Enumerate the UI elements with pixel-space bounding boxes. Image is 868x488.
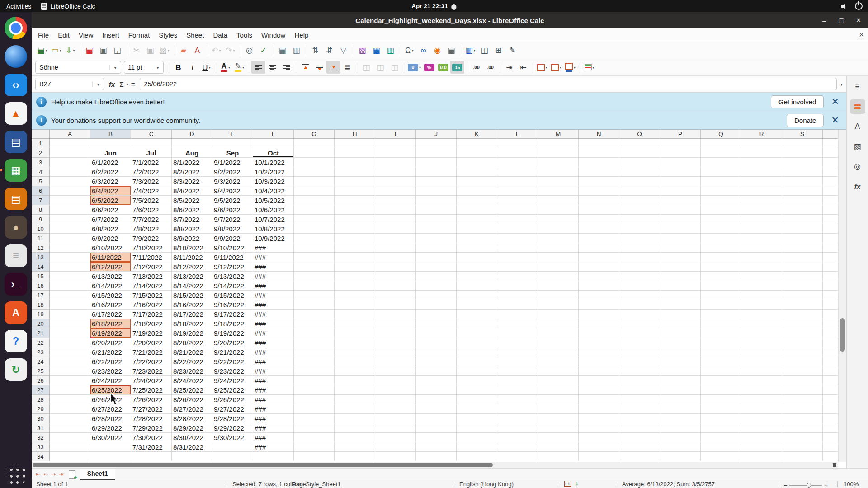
cell[interactable] bbox=[50, 300, 90, 310]
cell[interactable] bbox=[701, 310, 741, 319]
cell[interactable] bbox=[335, 366, 375, 376]
date-cell[interactable]: ### bbox=[253, 357, 294, 366]
format-currency-button[interactable]: 0▾ bbox=[406, 61, 422, 74]
cell[interactable] bbox=[294, 281, 335, 291]
cell[interactable] bbox=[335, 319, 375, 328]
cell[interactable] bbox=[50, 319, 90, 328]
cell[interactable] bbox=[660, 433, 701, 442]
cell[interactable] bbox=[335, 300, 375, 310]
cell[interactable] bbox=[782, 281, 823, 291]
insert-mode-indicator[interactable]: □I bbox=[564, 481, 571, 487]
cell[interactable] bbox=[619, 310, 660, 319]
cell[interactable] bbox=[497, 167, 538, 177]
cell[interactable] bbox=[823, 177, 838, 186]
date-cell[interactable]: 6/15/2022 bbox=[90, 291, 131, 300]
cell[interactable] bbox=[457, 385, 497, 395]
font-name-dropdown-icon[interactable]: ▾ bbox=[109, 65, 121, 70]
cell[interactable] bbox=[579, 158, 619, 167]
horizontal-scrollbar[interactable] bbox=[32, 462, 838, 468]
date-cell[interactable]: 8/1/2022 bbox=[172, 158, 212, 167]
cell[interactable] bbox=[335, 291, 375, 300]
date-cell[interactable]: 8/6/2022 bbox=[172, 205, 212, 215]
cell[interactable] bbox=[497, 366, 538, 376]
cell[interactable] bbox=[538, 139, 579, 148]
cell[interactable] bbox=[457, 158, 497, 167]
cell[interactable] bbox=[701, 215, 741, 224]
date-cell[interactable]: ### bbox=[253, 253, 294, 262]
date-cell[interactable]: 6/10/2022 bbox=[90, 243, 131, 253]
cell[interactable] bbox=[701, 338, 741, 347]
cell[interactable] bbox=[701, 205, 741, 215]
cell[interactable] bbox=[782, 357, 823, 366]
date-cell[interactable]: 8/10/2022 bbox=[172, 243, 212, 253]
cell[interactable] bbox=[294, 167, 335, 177]
next-sheet-icon[interactable]: ⇢ bbox=[51, 471, 56, 478]
date-cell[interactable]: 7/14/2022 bbox=[131, 281, 172, 291]
borders-button[interactable]: ▾ bbox=[535, 61, 549, 74]
date-cell[interactable]: ### bbox=[253, 272, 294, 281]
cell[interactable] bbox=[457, 319, 497, 328]
cell[interactable] bbox=[497, 234, 538, 243]
cell[interactable] bbox=[50, 328, 90, 338]
vertical-scrollbar[interactable] bbox=[838, 130, 846, 462]
cell[interactable] bbox=[823, 215, 838, 224]
cell[interactable] bbox=[457, 262, 497, 272]
cell[interactable] bbox=[294, 357, 335, 366]
cell[interactable] bbox=[497, 243, 538, 253]
cell[interactable] bbox=[497, 272, 538, 281]
cell[interactable] bbox=[579, 423, 619, 433]
cell[interactable] bbox=[660, 281, 701, 291]
cell[interactable] bbox=[50, 338, 90, 347]
font-size-combo[interactable]: 11 pt ▾ bbox=[124, 61, 164, 74]
cell[interactable] bbox=[335, 196, 375, 205]
cell[interactable] bbox=[335, 433, 375, 442]
cell[interactable] bbox=[375, 442, 416, 452]
row-header[interactable]: 29 bbox=[32, 404, 50, 414]
cell[interactable] bbox=[335, 186, 375, 196]
cell[interactable] bbox=[457, 215, 497, 224]
cell[interactable] bbox=[416, 196, 457, 205]
cell[interactable] bbox=[416, 262, 457, 272]
cell[interactable] bbox=[375, 338, 416, 347]
date-cell[interactable]: 7/10/2022 bbox=[131, 243, 172, 253]
name-box[interactable]: B27 ▾ bbox=[35, 78, 104, 90]
date-cell[interactable]: 6/17/2022 bbox=[90, 310, 131, 319]
cell[interactable] bbox=[375, 205, 416, 215]
column-header[interactable]: R bbox=[741, 130, 782, 139]
special-character-dropdown-icon[interactable]: ▾ bbox=[412, 48, 414, 52]
cell[interactable] bbox=[538, 433, 579, 442]
sheet-tab-sheet1[interactable]: Sheet1 bbox=[80, 469, 115, 480]
cell[interactable] bbox=[538, 224, 579, 234]
cell[interactable] bbox=[457, 253, 497, 262]
column-header[interactable]: D bbox=[172, 130, 212, 139]
cell[interactable] bbox=[619, 366, 660, 376]
cell[interactable] bbox=[375, 186, 416, 196]
merge-cells-button[interactable]: ◫ bbox=[373, 61, 387, 74]
highlighted-cell[interactable]: 6/11/2022 bbox=[90, 253, 131, 262]
date-cell[interactable]: 7/13/2022 bbox=[131, 272, 172, 281]
date-cell[interactable]: 7/28/2022 bbox=[131, 414, 172, 423]
cell[interactable] bbox=[619, 281, 660, 291]
menu-data[interactable]: Data bbox=[208, 30, 232, 40]
cell[interactable] bbox=[619, 139, 660, 148]
cell[interactable] bbox=[538, 243, 579, 253]
month-header-cell[interactable]: Jul bbox=[131, 148, 172, 158]
cell[interactable] bbox=[497, 319, 538, 328]
cell[interactable] bbox=[457, 452, 497, 461]
cell[interactable] bbox=[457, 328, 497, 338]
cell[interactable] bbox=[823, 262, 838, 272]
save-dropdown-icon[interactable]: ▾ bbox=[73, 48, 75, 52]
cell[interactable] bbox=[538, 148, 579, 158]
column-header[interactable]: B bbox=[90, 130, 131, 139]
cell[interactable] bbox=[50, 442, 90, 452]
cell[interactable] bbox=[212, 139, 253, 148]
cell[interactable] bbox=[619, 205, 660, 215]
align-right-button[interactable] bbox=[279, 61, 293, 74]
date-cell[interactable]: 7/7/2022 bbox=[131, 215, 172, 224]
cell[interactable] bbox=[375, 300, 416, 310]
cell[interactable] bbox=[579, 319, 619, 328]
cell[interactable] bbox=[660, 310, 701, 319]
cell[interactable] bbox=[538, 215, 579, 224]
minimize-window-button[interactable]: – bbox=[819, 15, 829, 25]
cell[interactable] bbox=[50, 385, 90, 395]
